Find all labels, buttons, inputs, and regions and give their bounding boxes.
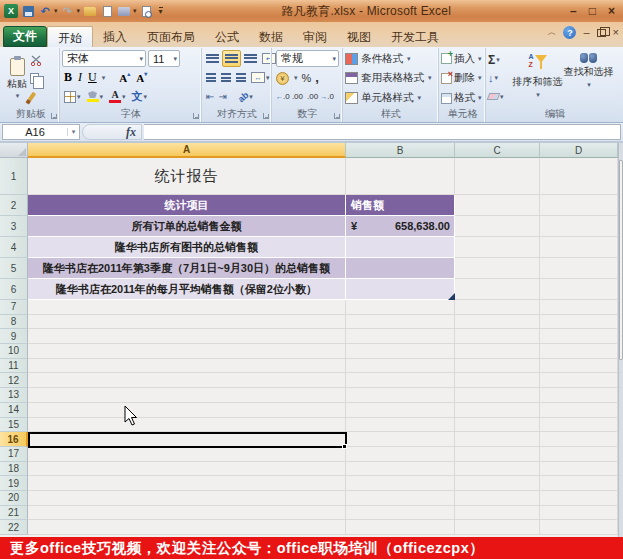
cell-B14[interactable] xyxy=(346,403,455,418)
cell-D5[interactable] xyxy=(540,258,618,279)
underline-dropdown-icon[interactable]: ▾ xyxy=(102,74,106,82)
decrease-indent-button[interactable]: ⇤ xyxy=(204,88,215,105)
insert-cells-button[interactable]: 插入▾ xyxy=(441,50,484,68)
cell-B17[interactable] xyxy=(346,447,455,462)
borders-button[interactable]: ▾ xyxy=(62,88,83,105)
cell-B12[interactable] xyxy=(346,373,455,388)
cell-C17[interactable] xyxy=(455,447,540,462)
minimize-button[interactable]: – xyxy=(570,4,577,18)
cell-C6[interactable] xyxy=(455,279,540,300)
cell-D16[interactable] xyxy=(540,432,618,447)
cell-B18[interactable] xyxy=(346,462,455,477)
tab-file[interactable]: 文件 xyxy=(3,26,47,47)
new-document-button[interactable] xyxy=(100,4,114,18)
row-header-12[interactable]: 12 xyxy=(0,373,28,388)
cell-A9[interactable] xyxy=(28,329,346,344)
tab-页面布局[interactable]: 页面布局 xyxy=(137,26,205,47)
vertical-scrollbar[interactable] xyxy=(618,143,623,537)
row-header-4[interactable]: 4 xyxy=(0,237,28,258)
cell-B7[interactable] xyxy=(346,300,455,315)
cell-D10[interactable] xyxy=(540,344,618,359)
cell-A8[interactable] xyxy=(28,315,346,330)
name-box-dropdown-icon[interactable]: ▾ xyxy=(67,128,79,136)
conditional-formatting-button[interactable]: 条件格式▾ xyxy=(345,50,437,68)
italic-button[interactable]: I xyxy=(76,69,84,86)
print-preview-button[interactable] xyxy=(140,4,154,18)
cell-A3[interactable]: 所有订单的总销售金额 xyxy=(28,216,346,237)
row-header-8[interactable]: 8 xyxy=(0,315,28,330)
cell-D8[interactable] xyxy=(540,315,618,330)
save-button[interactable] xyxy=(21,4,35,18)
orientation-button[interactable]: ab▾ xyxy=(236,88,255,105)
cell-A6[interactable]: 隆华书店在2011年的每月平均销售额（保留2位小数） xyxy=(28,279,346,300)
row-header-14[interactable]: 14 xyxy=(0,403,28,418)
cell-B5[interactable] xyxy=(346,258,455,279)
cell-B19[interactable] xyxy=(346,476,455,491)
format-as-table-button[interactable]: 套用表格格式▾ xyxy=(345,69,437,87)
cell-C20[interactable] xyxy=(455,491,540,506)
row-header-15[interactable]: 15 xyxy=(0,418,28,433)
row-header-13[interactable]: 13 xyxy=(0,388,28,403)
cell-D9[interactable] xyxy=(540,329,618,344)
cut-button[interactable] xyxy=(30,52,44,68)
row-header-5[interactable]: 5 xyxy=(0,258,28,279)
cell-C14[interactable] xyxy=(455,403,540,418)
row-header-11[interactable]: 11 xyxy=(0,359,28,374)
cell-D4[interactable] xyxy=(540,237,618,258)
clear-button[interactable]: ▾ xyxy=(488,89,512,105)
number-dialog-launcher-icon[interactable] xyxy=(334,113,340,119)
column-header-B[interactable]: B xyxy=(346,143,455,158)
font-color-button[interactable]: A▾ xyxy=(107,88,128,105)
cell-D3[interactable] xyxy=(540,216,618,237)
align-left-button[interactable] xyxy=(204,69,218,86)
alignment-dialog-launcher-icon[interactable] xyxy=(263,113,269,119)
align-bottom-button[interactable] xyxy=(242,50,259,67)
cell-A17[interactable] xyxy=(28,447,346,462)
cell-A5[interactable]: 隆华书店在2011年第3季度（7月1日~9月30日）的总销售额 xyxy=(28,258,346,279)
select-all-corner[interactable] xyxy=(0,143,28,158)
cell-D14[interactable] xyxy=(540,403,618,418)
undo-dropdown-icon[interactable]: ▾ xyxy=(54,7,58,15)
collapse-ribbon-icon[interactable]: ︿ xyxy=(547,26,556,39)
cell-D2[interactable] xyxy=(540,195,618,216)
cell-D20[interactable] xyxy=(540,491,618,506)
cell-C2[interactable] xyxy=(455,195,540,216)
cell-A21[interactable] xyxy=(28,506,346,521)
row-header-6[interactable]: 6 xyxy=(0,279,28,300)
cell-D13[interactable] xyxy=(540,388,618,403)
undo-button[interactable]: ↶ xyxy=(38,4,52,18)
insert-function-button[interactable]: fx xyxy=(82,124,142,140)
cell-B9[interactable] xyxy=(346,329,455,344)
format-painter-button[interactable] xyxy=(30,89,44,105)
cell-D11[interactable] xyxy=(540,359,618,374)
row-header-20[interactable]: 20 xyxy=(0,491,28,506)
cell-C3[interactable] xyxy=(455,216,540,237)
help-icon[interactable]: ? xyxy=(563,26,576,39)
cell-C10[interactable] xyxy=(455,344,540,359)
tab-开始[interactable]: 开始 xyxy=(47,26,93,47)
delete-cells-button[interactable]: 删除▾ xyxy=(441,69,484,87)
cell-D18[interactable] xyxy=(540,462,618,477)
sort-filter-button[interactable]: AZ 排序和筛选▾ xyxy=(512,49,563,108)
currency-format-button[interactable] xyxy=(276,72,289,84)
row-header-21[interactable]: 21 xyxy=(0,506,28,521)
cell-A15[interactable] xyxy=(28,418,346,433)
cell-D15[interactable] xyxy=(540,418,618,433)
increase-indent-button[interactable]: ⇥ xyxy=(216,88,227,105)
underline-button[interactable]: U xyxy=(86,69,99,86)
tab-视图[interactable]: 视图 xyxy=(337,26,381,47)
cell-B6[interactable] xyxy=(346,279,455,300)
cell-C7[interactable] xyxy=(455,300,540,315)
row-header-22[interactable]: 22 xyxy=(0,520,28,535)
cell-B22[interactable] xyxy=(346,520,455,535)
cell-A22[interactable] xyxy=(28,520,346,535)
merge-center-button[interactable]: ↔▾ xyxy=(249,69,272,86)
grow-font-button[interactable]: A xyxy=(117,69,132,86)
align-middle-button[interactable] xyxy=(222,50,241,67)
cell-C11[interactable] xyxy=(455,359,540,374)
bold-button[interactable]: B xyxy=(62,69,74,86)
cell-C19[interactable] xyxy=(455,476,540,491)
number-format-select[interactable]: 常规▾ xyxy=(276,50,339,67)
cell-C18[interactable] xyxy=(455,462,540,477)
print-button[interactable] xyxy=(117,4,131,18)
